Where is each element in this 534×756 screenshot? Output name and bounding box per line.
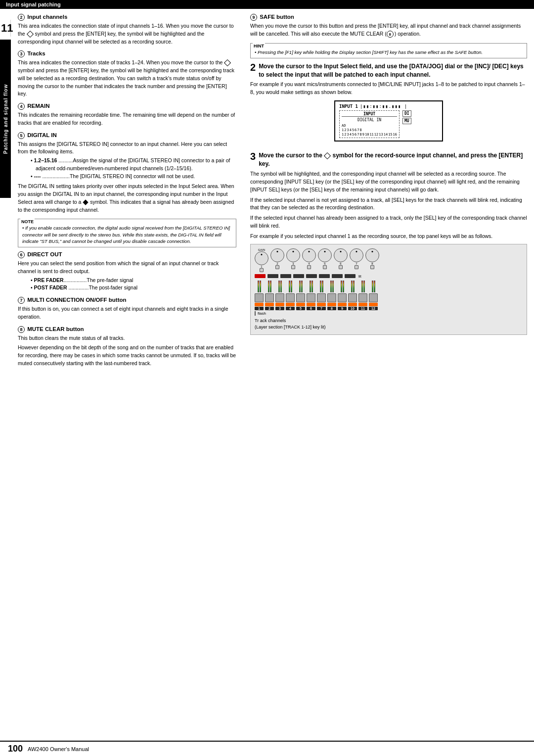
ch-strip-12: 12 bbox=[369, 281, 378, 310]
knob-6 bbox=[334, 248, 348, 262]
flash-btn-2 bbox=[265, 303, 274, 306]
btn-8 bbox=[370, 265, 374, 269]
section-input-channels: 2 Input channels This area indicates the… bbox=[18, 14, 236, 46]
direct-out-title: 6 DIRECT OUT bbox=[18, 251, 236, 258]
channel-numbers-row1: 12345678 bbox=[342, 128, 397, 132]
step-2-body: For example if you want mics/instruments… bbox=[250, 81, 527, 96]
mute-clear-title: 8 MUTE CLEAR button bbox=[18, 326, 236, 333]
step-3-body3: If the selected input channel has alread… bbox=[250, 214, 527, 230]
btn-7 bbox=[355, 265, 358, 269]
track-num-10: 10 bbox=[348, 307, 357, 310]
input-box-label: INPUT bbox=[342, 112, 397, 117]
knob-7-wrap: 7 bbox=[350, 248, 363, 272]
track-num-7: 7 bbox=[317, 307, 326, 310]
btn-5 bbox=[323, 265, 327, 269]
sel-ch3 bbox=[280, 274, 291, 278]
input1-label: INPUT 1 bbox=[339, 104, 358, 109]
multi-connection-body: If this button is on, you can connect a … bbox=[18, 305, 236, 321]
ch-strip-9: 9 bbox=[338, 281, 347, 310]
section-tracks: 3 Tracks This area indicates the connect… bbox=[18, 50, 236, 98]
circle-2: 2 bbox=[18, 14, 25, 21]
circle-6: 6 bbox=[18, 251, 25, 258]
ch-strip-2: 2 bbox=[265, 281, 274, 310]
circle-4: 4 bbox=[18, 103, 25, 110]
digital-in-bullets: • 1.2–15.16 ..........Assign the signal … bbox=[18, 157, 236, 180]
sel-buttons-row bbox=[255, 274, 356, 278]
ch-strip-10: 10 bbox=[348, 281, 357, 310]
knob-3 bbox=[286, 248, 300, 262]
step-3-title: Move the cursor to the symbol for the re… bbox=[250, 151, 527, 168]
mu-box-label: MU bbox=[402, 118, 411, 124]
flash-btn-3 bbox=[275, 303, 284, 306]
knob-2 bbox=[270, 248, 284, 262]
note-label: NOTE bbox=[20, 219, 35, 225]
bullet-1215: • 1.2–15.16 ..........Assign the signal … bbox=[31, 157, 236, 173]
ad-label: AD bbox=[342, 124, 346, 128]
tracks-body: This area indicates the connection state… bbox=[18, 59, 236, 98]
flash-btn-8 bbox=[327, 303, 336, 306]
track-num-3: 3 bbox=[275, 307, 284, 310]
knob-3-wrap: 3 bbox=[286, 248, 300, 272]
input-channels-title: 2 Input channels bbox=[18, 14, 236, 21]
channel-numbers-row2: 12345678910111213141516 bbox=[342, 133, 397, 137]
knob-1-wrap: GAIN 1 bbox=[255, 248, 268, 272]
circle-7: 7 bbox=[18, 297, 25, 304]
flash-label: flash bbox=[255, 311, 523, 316]
digital-in-body: This assigns the [DIGITAL STEREO IN] con… bbox=[18, 141, 236, 156]
btn-2 bbox=[275, 265, 279, 269]
step-3-body4: For example if you selected input channe… bbox=[250, 233, 527, 240]
digital-in-box-label: DIGITAL IN bbox=[342, 118, 397, 122]
track-num-9: 9 bbox=[338, 307, 347, 310]
side-chapter-number: 11 bbox=[0, 20, 11, 37]
section-digital-in: 5 DIGITAL IN This assigns the [DIGITAL S… bbox=[18, 132, 236, 214]
ch-strip-1: 1 bbox=[255, 281, 264, 310]
fader-section: 1 2 bbox=[255, 281, 523, 316]
hint-label: HINT bbox=[253, 43, 265, 49]
multi-connection-title: 7 MULTI CONNECTION ON/OFF button bbox=[18, 297, 236, 304]
ch-strip-7: 7 bbox=[317, 281, 326, 310]
bullet-dash: • ---- ...................The [DIGITAL S… bbox=[31, 173, 236, 181]
track-num-12: 12 bbox=[369, 307, 378, 310]
circle-5: 5 bbox=[18, 132, 25, 139]
step-2-title: Move the cursor to the Input Select fiel… bbox=[250, 62, 527, 79]
ch-strip-5: 5 bbox=[296, 281, 305, 310]
flash-btn-6 bbox=[307, 303, 315, 306]
left-column: 2 Input channels This area indicates the… bbox=[18, 14, 245, 373]
section-multi-connection: 7 MULTI CONNECTION ON/OFF button If this… bbox=[18, 297, 236, 321]
knob-7 bbox=[350, 248, 363, 262]
step3-diamond-icon bbox=[324, 152, 331, 159]
level-meters: 1 2 bbox=[255, 281, 523, 310]
diamond-filled-icon bbox=[83, 199, 89, 205]
diamond-outline-icon bbox=[26, 31, 33, 38]
sel-ch8 bbox=[345, 274, 356, 278]
main-content: 2 Input channels This area indicates the… bbox=[11, 9, 534, 379]
circle-3: 3 bbox=[18, 50, 25, 57]
step-2-block: 2 Move the cursor to the Input Select fi… bbox=[250, 62, 527, 145]
direct-out-bullets: • PRE FADER................The pre-fader… bbox=[18, 277, 236, 292]
manual-title: AW2400 Owner's Manual bbox=[28, 746, 89, 752]
knob-6-wrap: 6 bbox=[334, 248, 348, 272]
btn-6 bbox=[339, 265, 343, 269]
section-mute-clear: 8 MUTE CLEAR button This button clears t… bbox=[18, 326, 236, 368]
ch-strip-6: 6 bbox=[307, 281, 315, 310]
ch-strip-11: 11 bbox=[358, 281, 367, 310]
direct-out-body: Here you can select the send position fr… bbox=[18, 260, 236, 276]
tracks-title: 3 Tracks bbox=[18, 50, 236, 57]
mute-clear-body1: This button clears the mute status of al… bbox=[18, 334, 236, 342]
diamond-outline-icon-2 bbox=[224, 59, 231, 66]
step-3-body1: The symbol will be highlighted, and the … bbox=[250, 170, 527, 193]
ch-strip-4: 4 bbox=[286, 281, 295, 310]
header-bar: Input signal patching bbox=[0, 0, 534, 9]
lit-label: lit bbox=[358, 274, 361, 279]
input-channels-body: This area indicates the connection state… bbox=[18, 22, 236, 46]
step-3-body2: If the selected input channel is not yet… bbox=[250, 196, 527, 212]
knob-8 bbox=[365, 248, 379, 262]
footer: 100 AW2400 Owner's Manual bbox=[0, 741, 534, 756]
page-number: 100 bbox=[8, 744, 23, 754]
track-num-8: 8 bbox=[327, 307, 336, 310]
mute-clear-body2: However depending on the bit depth of th… bbox=[18, 344, 236, 367]
safe-button-title: 9 SAFE button bbox=[250, 14, 527, 21]
step-3-block: 3 Move the cursor to the symbol for the … bbox=[250, 151, 527, 335]
side-tab-label: Patching and signal flow bbox=[0, 40, 11, 198]
btn-4 bbox=[307, 265, 311, 269]
